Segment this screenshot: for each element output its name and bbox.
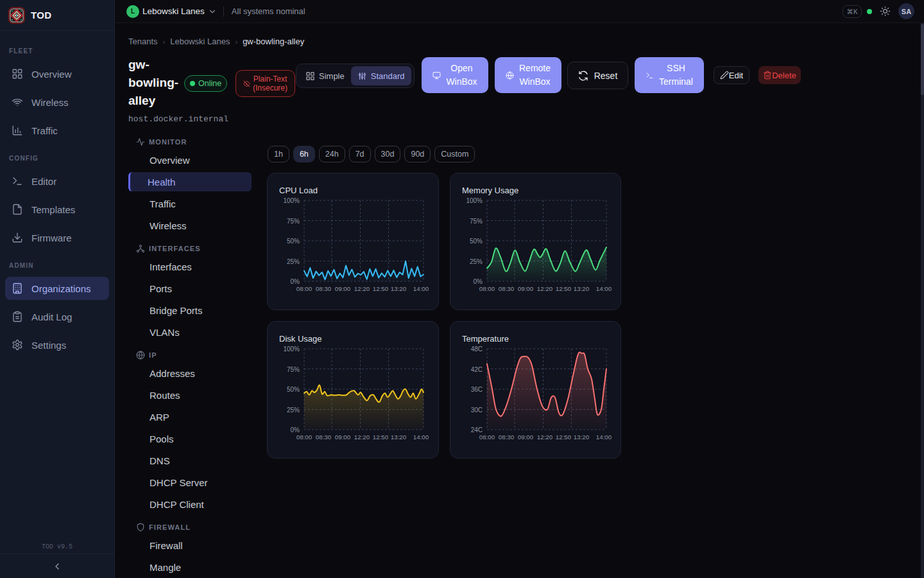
svg-text:CPU Load: CPU Load [279, 186, 318, 195]
svg-text:08:30: 08:30 [316, 285, 332, 292]
svg-text:42C: 42C [471, 366, 483, 373]
svg-text:0%: 0% [474, 278, 483, 285]
svg-text:12:20: 12:20 [354, 434, 370, 441]
svg-text:100%: 100% [283, 197, 300, 204]
svg-text:30C: 30C [471, 407, 483, 414]
svg-text:13:20: 13:20 [391, 434, 407, 441]
svg-text:13:20: 13:20 [574, 285, 590, 292]
svg-text:09:00: 09:00 [335, 285, 351, 292]
svg-text:0%: 0% [291, 426, 300, 434]
svg-text:25%: 25% [287, 407, 300, 414]
svg-text:08:00: 08:00 [479, 434, 495, 441]
svg-text:24C: 24C [471, 426, 483, 434]
svg-text:08:00: 08:00 [296, 285, 312, 292]
svg-text:12:20: 12:20 [354, 285, 370, 292]
svg-text:09:00: 09:00 [518, 434, 534, 441]
svg-text:0%: 0% [291, 278, 300, 285]
svg-text:12:20: 12:20 [537, 434, 553, 441]
svg-text:13:20: 13:20 [574, 434, 590, 441]
svg-text:50%: 50% [287, 386, 300, 393]
svg-text:08:30: 08:30 [499, 285, 515, 292]
svg-text:25%: 25% [287, 258, 300, 265]
svg-text:09:00: 09:00 [518, 285, 534, 292]
svg-text:14:00: 14:00 [413, 285, 429, 292]
svg-text:Temperature: Temperature [462, 334, 509, 344]
svg-text:12:20: 12:20 [537, 285, 553, 292]
svg-text:08:30: 08:30 [499, 434, 515, 441]
svg-text:13:20: 13:20 [391, 285, 407, 292]
svg-text:Memory Usage: Memory Usage [462, 186, 518, 195]
svg-text:12:50: 12:50 [556, 285, 572, 292]
svg-text:12:50: 12:50 [556, 434, 572, 441]
svg-text:75%: 75% [470, 218, 483, 225]
svg-text:08:30: 08:30 [316, 434, 332, 441]
svg-text:12:50: 12:50 [373, 434, 389, 441]
svg-text:75%: 75% [287, 218, 300, 225]
svg-text:75%: 75% [287, 366, 300, 373]
svg-text:25%: 25% [470, 258, 483, 265]
svg-text:100%: 100% [283, 346, 300, 353]
svg-text:50%: 50% [470, 238, 483, 245]
svg-text:100%: 100% [466, 197, 483, 204]
svg-text:14:00: 14:00 [413, 434, 429, 441]
svg-text:Disk Usage: Disk Usage [279, 334, 321, 344]
svg-text:09:00: 09:00 [335, 434, 351, 441]
svg-text:48C: 48C [471, 346, 483, 353]
svg-text:36C: 36C [471, 386, 483, 393]
svg-text:08:00: 08:00 [296, 434, 312, 441]
svg-text:12:50: 12:50 [373, 285, 389, 292]
svg-text:14:00: 14:00 [596, 285, 612, 292]
svg-text:14:00: 14:00 [596, 434, 612, 441]
svg-text:50%: 50% [287, 238, 300, 245]
svg-text:08:00: 08:00 [479, 285, 495, 292]
